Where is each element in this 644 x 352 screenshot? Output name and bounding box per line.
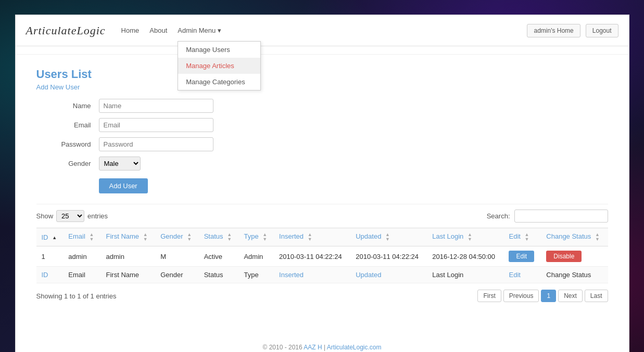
inserted-sort-icon[interactable]: ▲▼ xyxy=(308,232,312,242)
col-updated: Updated ▲▼ xyxy=(350,228,427,246)
password-row: Password xyxy=(36,137,608,151)
cell-last-login: 2016-12-28 04:50:00 xyxy=(427,246,503,267)
footer-col-id: ID xyxy=(36,267,64,283)
add-user-button-wrapper: Add User xyxy=(36,176,608,193)
page-number-button[interactable]: 1 xyxy=(541,290,556,302)
table-footer-row: ID Email First Name Gender Status Type I… xyxy=(36,267,608,283)
admin-menu-button[interactable]: Admin Menu ▾ xyxy=(178,27,221,34)
footer-col-type: Type xyxy=(238,267,274,283)
cell-gender: M xyxy=(155,246,199,267)
users-table: ID ▲ Email ▲▼ First Name ▲▼ Gender xyxy=(36,228,608,283)
name-label: Name xyxy=(36,102,99,110)
next-page-button[interactable]: Next xyxy=(558,290,583,302)
nav-links: Home About Admin Menu ▾ Manage Users Man… xyxy=(121,27,527,34)
col-type: Type ▲▼ xyxy=(238,228,274,246)
col-gender: Gender ▲▼ xyxy=(155,228,199,246)
dropdown-manage-articles[interactable]: Manage Articles xyxy=(178,58,260,74)
edit-sort-icon[interactable]: ▲▼ xyxy=(525,232,529,242)
footer-col-inserted: Inserted xyxy=(274,267,350,283)
updated-sort-icon[interactable]: ▲▼ xyxy=(385,232,390,242)
nav-about[interactable]: About xyxy=(149,27,167,34)
cell-updated: 2010-03-11 04:22:24 xyxy=(350,246,427,267)
type-sort-icon[interactable]: ▲▼ xyxy=(262,232,267,242)
col-last-login: Last Login ▲▼ xyxy=(427,228,503,246)
cell-inserted: 2010-03-11 04:22:24 xyxy=(274,246,350,267)
entries-label: entries xyxy=(87,212,108,220)
last-page-button[interactable]: Last xyxy=(585,290,608,302)
first-page-button[interactable]: First xyxy=(477,290,501,302)
table-header-row: ID ▲ Email ▲▼ First Name ▲▼ Gender xyxy=(36,228,608,246)
admin-menu-label: Admin Menu xyxy=(178,27,216,34)
footer-col-status: Status xyxy=(199,267,239,283)
col-id: ID ▲ xyxy=(36,228,64,246)
admin-menu-arrow-icon: ▾ xyxy=(218,27,221,34)
pagination: First Previous 1 Next Last xyxy=(477,290,608,302)
footer-col-first-name: First Name xyxy=(101,267,156,283)
cell-email: admin xyxy=(63,246,100,267)
col-status: Status ▲▼ xyxy=(199,228,239,246)
footer-link-aazh[interactable]: AAZ H xyxy=(304,344,322,351)
site-footer: © 2010 - 2016 AAZ H | ArticulateLogic.co… xyxy=(36,333,608,352)
password-label: Password xyxy=(36,140,99,148)
email-input[interactable] xyxy=(99,118,213,132)
col-email: Email ▲▼ xyxy=(63,228,100,246)
footer-col-change-status: Change Status xyxy=(541,267,608,283)
lastlogin-sort-icon[interactable]: ▲▼ xyxy=(468,232,472,242)
gender-row: Gender Male Female xyxy=(36,157,608,171)
footer-col-updated: Updated xyxy=(350,267,427,283)
table-controls-top: Show 10 25 50 100 entries Search: xyxy=(36,210,608,223)
dropdown-manage-users[interactable]: Manage Users xyxy=(178,42,260,58)
col-change-status: Change Status ▲▼ xyxy=(541,228,608,246)
cell-type: Admin xyxy=(238,246,274,267)
id-sort-icon[interactable]: ▲ xyxy=(52,236,57,240)
col-inserted: Inserted ▲▼ xyxy=(274,228,350,246)
search-label: Search: xyxy=(487,212,510,220)
disable-button[interactable]: Disable xyxy=(546,251,582,262)
firstname-sort-icon[interactable]: ▲▼ xyxy=(143,232,148,242)
brand-name: ArticulateLogic xyxy=(26,24,106,37)
showing-text: Showing 1 to 1 of 1 entries xyxy=(36,292,117,300)
name-input[interactable] xyxy=(99,99,213,113)
footer-col-last-login: Last Login xyxy=(427,267,503,283)
nav-right: admin's Home Logout xyxy=(527,24,618,37)
email-sort-icon[interactable]: ▲▼ xyxy=(89,232,94,242)
col-first-name: First Name ▲▼ xyxy=(101,228,156,246)
col-edit: Edit ▲▼ xyxy=(503,228,541,246)
table-footer: Showing 1 to 1 of 1 entries First Previo… xyxy=(36,290,608,302)
changestatus-sort-icon[interactable]: ▲▼ xyxy=(595,232,600,242)
cell-edit: Edit xyxy=(503,246,541,267)
previous-page-button[interactable]: Previous xyxy=(503,290,539,302)
admin-menu-wrapper: Admin Menu ▾ Manage Users Manage Article… xyxy=(178,27,221,34)
admin-home-button[interactable]: admin's Home xyxy=(527,24,580,37)
entries-select[interactable]: 10 25 50 100 xyxy=(56,210,84,222)
footer-col-gender: Gender xyxy=(155,267,199,283)
add-user-button[interactable]: Add User xyxy=(99,178,148,193)
cell-id: 1 xyxy=(36,246,64,267)
cell-status: Active xyxy=(199,246,239,267)
email-row: Email xyxy=(36,118,608,132)
table-row: 1 admin admin M Active Admin 2010-03-11 … xyxy=(36,246,608,267)
content-area: Users List Add New User Name Email Passw… xyxy=(16,55,629,352)
logout-button[interactable]: Logout xyxy=(586,24,618,37)
show-entries: Show 10 25 50 100 entries xyxy=(36,210,108,222)
gender-select[interactable]: Male Female xyxy=(99,157,141,171)
search-input[interactable] xyxy=(514,210,608,223)
cell-first-name: admin xyxy=(101,246,156,267)
email-label: Email xyxy=(36,121,99,129)
search-area: Search: xyxy=(487,210,608,223)
nav-home[interactable]: Home xyxy=(121,27,140,34)
status-sort-icon[interactable]: ▲▼ xyxy=(227,232,232,242)
footer-link-articulate[interactable]: ArticulateLogic.com xyxy=(327,344,382,351)
add-user-form: Name Email Password Gender Male Female A… xyxy=(36,99,608,193)
navbar: ArticulateLogic Home About Admin Menu ▾ … xyxy=(16,15,629,46)
name-row: Name xyxy=(36,99,608,113)
password-input[interactable] xyxy=(99,137,213,151)
footer-col-edit: Edit xyxy=(503,267,541,283)
show-label: Show xyxy=(36,212,54,220)
footer-text: © 2010 - 2016 AAZ H | ArticulateLogic.co… xyxy=(262,344,381,351)
add-new-user-link[interactable]: Add New User xyxy=(36,83,80,91)
edit-button[interactable]: Edit xyxy=(509,251,534,262)
gender-sort-icon[interactable]: ▲▼ xyxy=(187,232,192,242)
dropdown-manage-categories[interactable]: Manage Categories xyxy=(178,74,260,90)
brand-logo: ArticulateLogic xyxy=(26,24,106,37)
